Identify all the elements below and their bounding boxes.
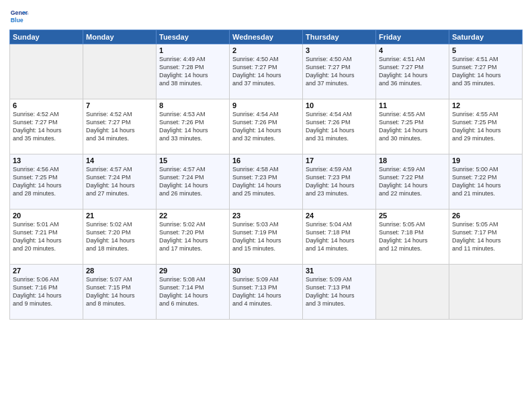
day-info: Sunrise: 5:09 AM Sunset: 7:13 PM Dayligh…: [306, 276, 355, 307]
header-cell-sunday: Sunday: [10, 30, 83, 44]
week-row-1: 1Sunrise: 4:49 AM Sunset: 7:28 PM Daylig…: [10, 44, 523, 99]
day-number: 22: [159, 212, 226, 220]
calendar-cell: 15Sunrise: 4:57 AM Sunset: 7:24 PM Dayli…: [157, 154, 230, 210]
day-number: 20: [13, 212, 80, 220]
header-cell-tuesday: Tuesday: [157, 30, 230, 44]
day-info: Sunrise: 5:07 AM Sunset: 7:15 PM Dayligh…: [86, 276, 135, 307]
day-info: Sunrise: 4:54 AM Sunset: 7:26 PM Dayligh…: [306, 111, 355, 142]
calendar-cell: 6Sunrise: 4:52 AM Sunset: 7:27 PM Daylig…: [10, 99, 83, 154]
day-number: 8: [159, 101, 226, 109]
calendar-cell: 8Sunrise: 4:53 AM Sunset: 7:26 PM Daylig…: [157, 99, 230, 154]
day-info: Sunrise: 5:05 AM Sunset: 7:18 PM Dayligh…: [379, 221, 428, 252]
calendar-cell: [449, 265, 523, 320]
logo: General Blue: [9, 7, 31, 26]
day-number: 30: [232, 267, 300, 275]
calendar-cell: 31Sunrise: 5:09 AM Sunset: 7:13 PM Dayli…: [303, 265, 376, 320]
day-info: Sunrise: 5:02 AM Sunset: 7:20 PM Dayligh…: [86, 221, 135, 252]
week-row-5: 27Sunrise: 5:06 AM Sunset: 7:16 PM Dayli…: [10, 265, 523, 320]
calendar-cell: 21Sunrise: 5:02 AM Sunset: 7:20 PM Dayli…: [83, 210, 157, 265]
day-info: Sunrise: 5:05 AM Sunset: 7:17 PM Dayligh…: [452, 221, 501, 252]
day-number: 3: [306, 46, 373, 54]
calendar-cell: 22Sunrise: 5:02 AM Sunset: 7:20 PM Dayli…: [157, 210, 230, 265]
day-number: 16: [232, 156, 300, 165]
day-number: 26: [452, 212, 519, 220]
calendar-cell: 19Sunrise: 5:00 AM Sunset: 7:22 PM Dayli…: [449, 154, 523, 210]
day-info: Sunrise: 4:51 AM Sunset: 7:27 PM Dayligh…: [452, 56, 501, 87]
day-number: 27: [13, 267, 80, 275]
day-number: 17: [306, 156, 373, 165]
day-number: 19: [452, 156, 519, 165]
calendar-cell: 4Sunrise: 4:51 AM Sunset: 7:27 PM Daylig…: [376, 44, 449, 99]
day-number: 13: [13, 156, 80, 165]
week-row-2: 6Sunrise: 4:52 AM Sunset: 7:27 PM Daylig…: [10, 99, 523, 154]
calendar-cell: 5Sunrise: 4:51 AM Sunset: 7:27 PM Daylig…: [449, 44, 523, 99]
calendar-cell: 20Sunrise: 5:01 AM Sunset: 7:21 PM Dayli…: [10, 210, 83, 265]
day-info: Sunrise: 4:57 AM Sunset: 7:24 PM Dayligh…: [159, 166, 208, 197]
day-number: 1: [159, 46, 226, 54]
day-number: 29: [159, 267, 226, 275]
day-number: 7: [86, 101, 153, 109]
day-info: Sunrise: 4:55 AM Sunset: 7:25 PM Dayligh…: [452, 111, 501, 142]
calendar-cell: 14Sunrise: 4:57 AM Sunset: 7:24 PM Dayli…: [83, 154, 157, 210]
day-number: 2: [232, 46, 300, 54]
header-cell-friday: Friday: [376, 30, 449, 44]
day-info: Sunrise: 4:51 AM Sunset: 7:27 PM Dayligh…: [379, 56, 428, 87]
day-info: Sunrise: 4:52 AM Sunset: 7:27 PM Dayligh…: [13, 111, 62, 142]
calendar-body: 1Sunrise: 4:49 AM Sunset: 7:28 PM Daylig…: [10, 44, 523, 320]
day-number: 4: [379, 46, 446, 54]
calendar-cell: 11Sunrise: 4:55 AM Sunset: 7:25 PM Dayli…: [376, 99, 449, 154]
day-info: Sunrise: 4:53 AM Sunset: 7:26 PM Dayligh…: [159, 111, 208, 142]
day-info: Sunrise: 4:59 AM Sunset: 7:22 PM Dayligh…: [379, 166, 428, 197]
day-info: Sunrise: 4:59 AM Sunset: 7:23 PM Dayligh…: [306, 166, 355, 197]
day-info: Sunrise: 4:56 AM Sunset: 7:25 PM Dayligh…: [13, 166, 62, 197]
day-number: 24: [306, 212, 373, 220]
header-row: SundayMondayTuesdayWednesdayThursdayFrid…: [10, 30, 523, 44]
calendar-cell: 29Sunrise: 5:08 AM Sunset: 7:14 PM Dayli…: [157, 265, 230, 320]
day-number: 6: [13, 101, 80, 109]
week-row-4: 20Sunrise: 5:01 AM Sunset: 7:21 PM Dayli…: [10, 210, 523, 265]
header-cell-saturday: Saturday: [449, 30, 523, 44]
day-info: Sunrise: 4:55 AM Sunset: 7:25 PM Dayligh…: [379, 111, 428, 142]
day-number: 5: [452, 46, 519, 54]
day-info: Sunrise: 5:06 AM Sunset: 7:16 PM Dayligh…: [13, 276, 62, 307]
day-info: Sunrise: 4:58 AM Sunset: 7:23 PM Dayligh…: [232, 166, 281, 197]
day-number: 9: [232, 101, 300, 109]
day-info: Sunrise: 5:01 AM Sunset: 7:21 PM Dayligh…: [13, 221, 62, 252]
day-info: Sunrise: 4:52 AM Sunset: 7:27 PM Dayligh…: [86, 111, 135, 142]
calendar-cell: 23Sunrise: 5:03 AM Sunset: 7:19 PM Dayli…: [230, 210, 303, 265]
day-number: 18: [379, 156, 446, 165]
day-info: Sunrise: 5:04 AM Sunset: 7:18 PM Dayligh…: [306, 221, 355, 252]
header-cell-thursday: Thursday: [303, 30, 376, 44]
calendar-cell: [376, 265, 449, 320]
header-cell-wednesday: Wednesday: [230, 30, 303, 44]
calendar-cell: 27Sunrise: 5:06 AM Sunset: 7:16 PM Dayli…: [10, 265, 83, 320]
calendar-cell: 10Sunrise: 4:54 AM Sunset: 7:26 PM Dayli…: [303, 99, 376, 154]
calendar-cell: 17Sunrise: 4:59 AM Sunset: 7:23 PM Dayli…: [303, 154, 376, 210]
calendar-header: SundayMondayTuesdayWednesdayThursdayFrid…: [10, 30, 523, 44]
week-row-3: 13Sunrise: 4:56 AM Sunset: 7:25 PM Dayli…: [10, 154, 523, 210]
day-number: 11: [379, 101, 446, 109]
calendar-cell: 30Sunrise: 5:09 AM Sunset: 7:13 PM Dayli…: [230, 265, 303, 320]
day-number: 28: [86, 267, 153, 275]
calendar-cell: [10, 44, 83, 99]
day-number: 10: [306, 101, 373, 109]
day-info: Sunrise: 4:49 AM Sunset: 7:28 PM Dayligh…: [159, 56, 208, 87]
day-number: 25: [379, 212, 446, 220]
calendar-cell: 3Sunrise: 4:50 AM Sunset: 7:27 PM Daylig…: [303, 44, 376, 99]
day-info: Sunrise: 4:57 AM Sunset: 7:24 PM Dayligh…: [86, 166, 135, 197]
day-info: Sunrise: 4:54 AM Sunset: 7:26 PM Dayligh…: [232, 111, 281, 142]
calendar-cell: 28Sunrise: 5:07 AM Sunset: 7:15 PM Dayli…: [83, 265, 157, 320]
day-number: 14: [86, 156, 153, 165]
day-info: Sunrise: 5:00 AM Sunset: 7:22 PM Dayligh…: [452, 166, 501, 197]
svg-text:Blue: Blue: [11, 17, 24, 24]
day-info: Sunrise: 4:50 AM Sunset: 7:27 PM Dayligh…: [306, 56, 355, 87]
day-info: Sunrise: 4:50 AM Sunset: 7:27 PM Dayligh…: [232, 56, 281, 87]
calendar-cell: 26Sunrise: 5:05 AM Sunset: 7:17 PM Dayli…: [449, 210, 523, 265]
calendar-cell: 9Sunrise: 4:54 AM Sunset: 7:26 PM Daylig…: [230, 99, 303, 154]
day-info: Sunrise: 5:02 AM Sunset: 7:20 PM Dayligh…: [159, 221, 208, 252]
day-number: 21: [86, 212, 153, 220]
calendar-cell: 7Sunrise: 4:52 AM Sunset: 7:27 PM Daylig…: [83, 99, 157, 154]
calendar-cell: 1Sunrise: 4:49 AM Sunset: 7:28 PM Daylig…: [157, 44, 230, 99]
day-number: 31: [306, 267, 373, 275]
day-info: Sunrise: 5:09 AM Sunset: 7:13 PM Dayligh…: [232, 276, 281, 307]
